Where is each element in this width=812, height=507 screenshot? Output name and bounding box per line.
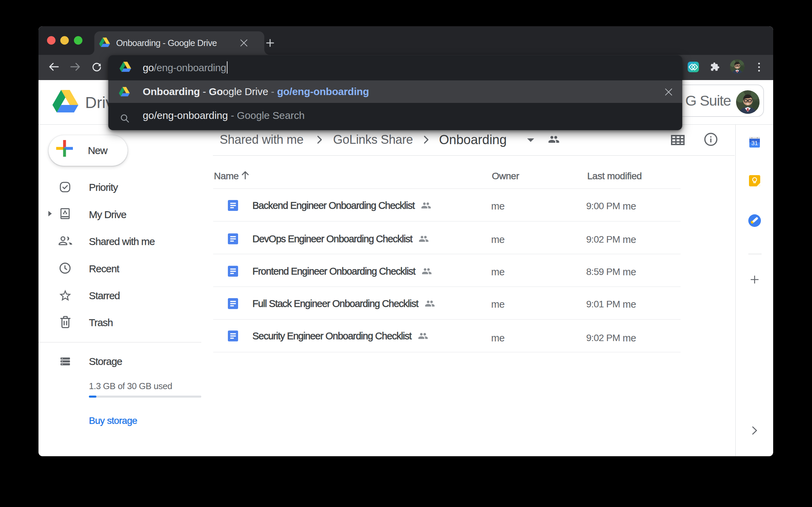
svg-text:31: 31 bbox=[751, 140, 758, 147]
